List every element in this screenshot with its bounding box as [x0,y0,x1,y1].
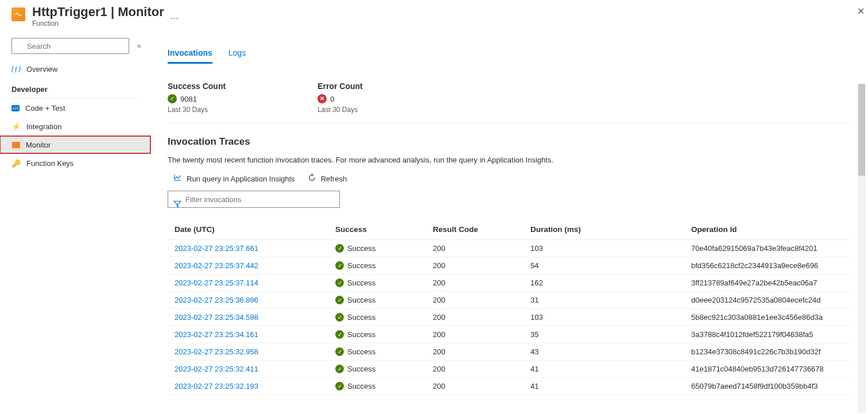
scrollbar-thumb[interactable] [858,84,865,176]
tab-invocations[interactable]: Invocations [168,48,212,64]
invocation-date-link[interactable]: 2023-02-27 23:25:32.411 [175,365,258,373]
refresh-label: Refresh [321,175,347,183]
main-content: Invocations Logs Success Count ✓ 9081 La… [150,38,868,414]
success-icon: ✓ [335,347,344,356]
error-count-block: Error Count ✕ 0 Last 30 Days [317,82,363,114]
stat-sub: Last 30 Days [168,106,226,114]
code-icon: </> [11,105,20,111]
th-duration[interactable]: Duration (ms) [524,219,684,240]
operation-id: b1234e37308c8491c226c7b3b190d32f [684,343,851,361]
success-icon: ✓ [335,365,344,373]
operation-id: 5b8ec921c303a0881e1ee3c456e86d3a [684,309,851,326]
sidebar-item-monitor[interactable]: Monitor [0,136,151,154]
more-menu-icon[interactable]: … [169,11,179,21]
result-code: 200 [426,257,524,274]
success-badge-icon: ✓ [168,94,177,103]
scrollbar[interactable] [858,84,866,413]
search-input[interactable] [11,38,129,54]
sidebar-item-function-keys[interactable]: 🔑 Function Keys [0,154,150,172]
key-icon: 🔑 [11,158,21,168]
table-row: 2023-02-27 23:25:36.896✓Success20031d0ee… [168,292,851,309]
success-icon: ✓ [335,244,344,253]
invocation-date-link[interactable]: 2023-02-27 23:25:37.114 [175,278,258,287]
duration: 103 [524,309,684,326]
th-op[interactable]: Operation Id [684,219,851,240]
page-subtitle: Function [32,20,857,28]
stat-sub: Last 30 Days [317,106,363,114]
error-badge-icon: ✕ [317,94,327,103]
invocation-date-link[interactable]: 2023-02-27 23:25:32.958 [175,347,258,356]
sidebar-label: Code + Test [25,104,65,113]
stat-title: Error Count [317,82,363,91]
th-date[interactable]: Date (UTC) [168,219,328,240]
invocation-date-link[interactable]: 2023-02-27 23:25:34.161 [175,330,258,339]
th-success[interactable]: Success [328,219,426,240]
page-header: HttpTrigger1 | Monitor … Function [0,0,868,38]
filter-invocations-input[interactable] [168,191,340,208]
success-icon: ✓ [335,261,344,270]
duration: 41 [524,378,684,395]
duration: 43 [524,343,684,361]
table-row: 2023-02-27 23:25:34.598✓Success2001035b8… [168,309,851,326]
table-row: 2023-02-27 23:25:32.411✓Success2004141e1… [168,361,851,378]
chart-icon [173,173,182,184]
result-code: 200 [426,378,524,395]
invocation-date-link[interactable]: 2023-02-27 23:25:32.193 [175,382,258,390]
run-query-label: Run query in Application Insights [187,175,295,183]
success-label: Success [347,382,375,390]
refresh-icon [308,173,316,184]
table-row: 2023-02-27 23:25:37.114✓Success2001623ff… [168,274,851,292]
table-row: 2023-02-27 23:25:37.661✓Success20010370e… [168,240,851,257]
sidebar-item-integration[interactable]: ⚡ Integration [0,117,150,136]
success-label: Success [347,347,375,356]
table-row: 2023-02-27 23:25:37.442✓Success20054bfd3… [168,257,851,274]
stats-row: Success Count ✓ 9081 Last 30 Days Error … [168,82,851,123]
tab-logs[interactable]: Logs [228,48,246,64]
stat-title: Success Count [168,82,226,91]
invocation-date-link[interactable]: 2023-02-27 23:25:37.661 [175,244,258,253]
result-code: 200 [426,292,524,309]
duration: 41 [524,361,684,378]
tab-bar: Invocations Logs [168,48,851,64]
success-label: Success [347,261,375,270]
success-icon: ✓ [335,296,344,304]
lightning-icon: ⚡ [11,122,21,131]
invocations-table: Date (UTC) Success Result Code Duration … [168,219,851,395]
sidebar: « {ƒ} Overview Developer </> Code + Test… [0,38,150,414]
invocation-date-link[interactable]: 2023-02-27 23:25:36.896 [175,296,258,304]
overview-icon: {ƒ} [11,64,21,73]
invocation-date-link[interactable]: 2023-02-27 23:25:37.442 [175,261,258,270]
result-code: 200 [426,343,524,361]
success-label: Success [347,278,375,287]
success-icon: ✓ [335,278,344,287]
table-row: 2023-02-27 23:25:32.958✓Success20043b123… [168,343,851,361]
sidebar-item-code-test[interactable]: </> Code + Test [0,99,150,117]
sidebar-section-developer: Developer [0,78,150,95]
result-code: 200 [426,274,524,292]
success-icon: ✓ [335,330,344,339]
invocation-date-link[interactable]: 2023-02-27 23:25:34.598 [175,313,258,322]
table-row: 2023-02-27 23:25:34.161✓Success200353a37… [168,326,851,343]
action-row: Run query in Application Insights Refres… [173,173,851,184]
sidebar-item-overview[interactable]: {ƒ} Overview [0,60,150,78]
collapse-sidebar-icon[interactable]: « [137,42,139,50]
duration: 31 [524,292,684,309]
close-icon[interactable]: ✕ [857,6,865,17]
monitor-icon [12,142,20,148]
th-result[interactable]: Result Code [426,219,524,240]
refresh-button[interactable]: Refresh [308,173,347,184]
operation-id: 3ff213789af649e27a2be42b5eac06a7 [684,274,851,292]
operation-id: d0eee203124c9572535a0804ecefc24d [684,292,851,309]
success-count-block: Success Count ✓ 9081 Last 30 Days [168,82,226,114]
operation-id: 3a3788c4f1012fdef522179f04638fa5 [684,326,851,343]
function-icon [11,7,25,21]
sidebar-label: Integration [26,122,61,131]
success-icon: ✓ [335,382,344,390]
operation-id: 65079b7aeed71458f9df100b359bb4f3 [684,378,851,395]
sidebar-label: Function Keys [26,159,73,168]
success-label: Success [347,365,375,373]
duration: 103 [524,240,684,257]
page-title: HttpTrigger1 | Monitor [32,5,164,19]
run-query-button[interactable]: Run query in Application Insights [173,173,295,184]
success-label: Success [347,244,375,253]
